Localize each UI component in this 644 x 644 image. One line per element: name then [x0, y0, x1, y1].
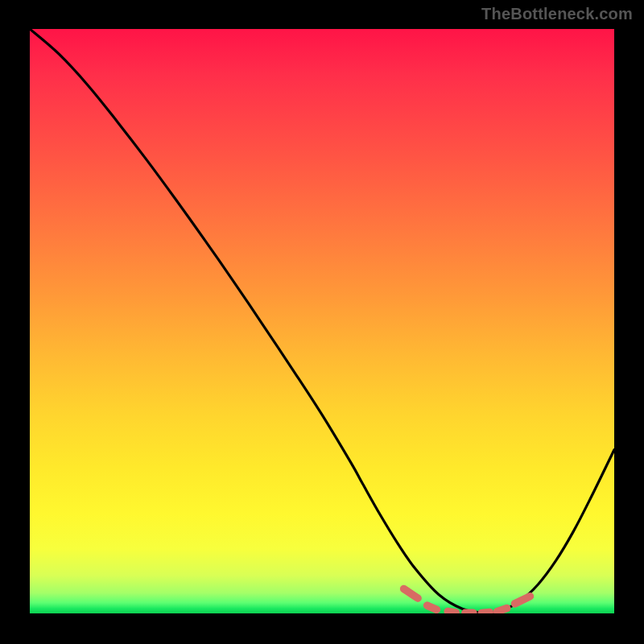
curve-layer — [30, 29, 614, 613]
optimal-marker — [497, 609, 506, 612]
optimal-marker — [404, 588, 418, 598]
optimal-marker — [515, 597, 530, 604]
optimal-zone-markers — [404, 588, 530, 613]
optimal-marker — [481, 612, 489, 613]
optimal-marker — [427, 605, 437, 609]
plot-area — [30, 29, 614, 613]
bottleneck-curve — [30, 29, 614, 613]
optimal-marker — [448, 611, 456, 612]
attribution-label: TheBottleneck.com — [481, 5, 633, 23]
chart-frame: TheBottleneck.com — [0, 0, 644, 644]
